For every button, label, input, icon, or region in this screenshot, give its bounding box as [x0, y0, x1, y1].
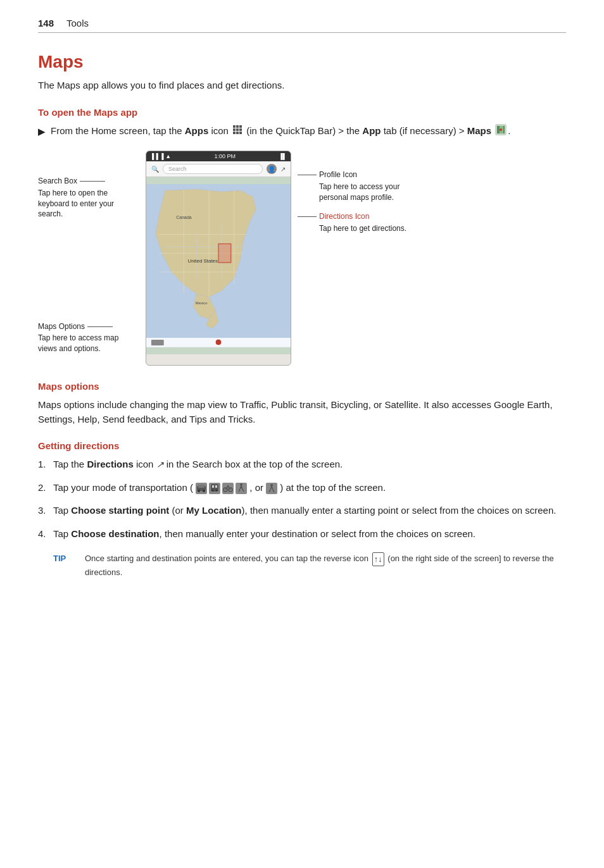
phone-search-input: Search — [163, 164, 263, 174]
profile-icon-title: Profile Icon — [319, 170, 357, 180]
maps-options-label-block: Maps Options Tap here to access map view… — [38, 321, 146, 354]
svg-rect-5 — [239, 128, 242, 131]
getting-directions-subtitle: Getting directions — [38, 440, 566, 451]
maps-options-line — [87, 326, 113, 327]
directions-step-3: 3. Tap Choose starting point (or My Loca… — [38, 504, 566, 518]
transport-icons — [196, 483, 247, 494]
svg-rect-32 — [198, 485, 204, 488]
phone-search-bar: 🔍 Search 👤 ↗ — [146, 161, 291, 177]
signal-icons: ▐▐ ▐ ▲ — [150, 153, 171, 159]
directions-bold-1: Directions — [87, 459, 133, 469]
directions-icon-desc: Tap here to get directions. — [298, 223, 418, 234]
bike-icon — [222, 483, 234, 494]
svg-marker-12 — [503, 126, 505, 133]
svg-rect-6 — [233, 132, 236, 134]
profile-icon-label-line: Profile Icon — [298, 170, 418, 180]
choose-dest-bold: Choose destination — [71, 528, 159, 539]
svg-rect-29 — [151, 340, 164, 345]
search-box-label-line: Search Box — [38, 176, 146, 187]
page: 148 Tools Maps The Maps app allows you t… — [0, 0, 604, 604]
phone-screen: ▐▐ ▐ ▲ 1:00 PM ▐▌ 🔍 Search 👤 ↗ — [146, 151, 291, 366]
maps-icon — [495, 124, 506, 140]
svg-rect-37 — [215, 485, 217, 488]
svg-point-34 — [203, 490, 205, 492]
app-tab-bold: App — [362, 125, 381, 136]
open-maps-step: ▶ From the Home screen, tap the Apps ico… — [38, 124, 566, 140]
svg-rect-3 — [233, 128, 236, 131]
walk-icon — [236, 483, 247, 494]
directions-list: 1. Tap the Directions icon ↗ in the Sear… — [38, 457, 566, 541]
maps-options-text: Maps options include changing the map vi… — [38, 398, 566, 426]
svg-point-33 — [198, 490, 200, 492]
diagram-container: Search Box Tap here to open the keyboard… — [38, 151, 566, 366]
profile-line — [298, 175, 317, 175]
svg-point-38 — [212, 489, 214, 491]
directions-arrow-icon: ↗ — [156, 459, 164, 469]
choose-start-bold: Choose starting point — [71, 505, 169, 516]
step-1-text: Tap the Directions icon ↗ in the Search … — [53, 457, 343, 472]
maps-options-label-line: Maps Options — [38, 321, 146, 332]
svg-text:United States: United States — [187, 258, 218, 264]
map-svg: Canada United States Mexico — [146, 177, 291, 354]
profile-icon-small: 👤 — [267, 164, 277, 174]
bullet-arrow: ▶ — [38, 125, 46, 139]
phone-map: Canada United States Mexico — [146, 177, 291, 354]
svg-point-39 — [216, 489, 218, 491]
step-1-num: 1. — [38, 457, 53, 472]
profile-icon-label-block: Profile Icon Tap here to access your per… — [298, 170, 418, 202]
my-location-bold: My Location — [186, 505, 242, 516]
search-box-title: Search Box — [38, 176, 77, 187]
diagram-left-labels: Search Box Tap here to open the keyboard… — [38, 151, 146, 366]
svg-rect-4 — [236, 128, 239, 131]
page-number: 148 — [38, 18, 54, 28]
spacer — [38, 220, 146, 321]
reverse-icon: ↑↓ — [372, 552, 384, 566]
diagram-right-labels: Profile Icon Tap here to access your per… — [291, 151, 418, 243]
section-title: Maps — [38, 52, 566, 72]
directions-icon-small: ↗ — [280, 166, 286, 173]
tip-text: Once starting and destination points are… — [85, 552, 566, 578]
svg-point-42 — [227, 485, 229, 487]
directions-step-1: 1. Tap the Directions icon ↗ in the Sear… — [38, 457, 566, 472]
step-4-num: 4. — [38, 527, 53, 542]
maps-bold: Maps — [467, 125, 491, 136]
step-2-text: Tap your mode of transportation ( — [53, 481, 386, 495]
step-3-num: 3. — [38, 504, 53, 518]
maps-options-desc: Tap here to access map views and options… — [38, 333, 139, 354]
transit-icon — [209, 483, 220, 494]
svg-rect-27 — [218, 244, 231, 263]
step-3-text: Tap Choose starting point (or My Locatio… — [53, 504, 556, 518]
apps-bold: Apps — [185, 125, 209, 136]
svg-rect-2 — [239, 125, 242, 128]
phone-status-bar: ▐▐ ▐ ▲ 1:00 PM ▐▌ — [146, 151, 291, 161]
step-2-num: 2. — [38, 481, 53, 495]
svg-point-43 — [240, 483, 242, 486]
svg-point-44 — [270, 484, 273, 487]
open-maps-subtitle: To open the Maps app — [38, 107, 566, 118]
search-box-label-block: Search Box Tap here to open the keyboard… — [38, 176, 146, 220]
intro-text: The Maps app allows you to find places a… — [38, 78, 566, 93]
search-box-line — [80, 181, 105, 182]
svg-marker-10 — [497, 126, 500, 133]
svg-text:Mexico: Mexico — [196, 301, 208, 305]
maps-options-title: Maps Options — [38, 321, 85, 332]
search-placeholder-text: Search — [168, 166, 187, 172]
svg-point-13 — [500, 128, 502, 131]
svg-rect-1 — [236, 125, 239, 128]
search-icon: 🔍 — [151, 166, 159, 173]
tip-block: TIP Once starting and destination points… — [53, 552, 566, 578]
tip-text-before: Once starting and destination points are… — [85, 554, 368, 563]
svg-rect-8 — [239, 132, 242, 134]
search-box-desc: Tap here to open the keyboard to enter y… — [38, 188, 139, 220]
svg-text:Canada: Canada — [176, 215, 191, 220]
page-header-title: Tools — [66, 18, 89, 28]
directions-icon-label-block: Directions Icon Tap here to get directio… — [298, 211, 418, 234]
car-icon — [196, 483, 207, 494]
svg-point-30 — [215, 339, 222, 345]
directions-icon-label-line: Directions Icon — [298, 211, 418, 222]
apps-grid-icon — [232, 125, 242, 139]
step-4-text: Tap Choose destination, then manually en… — [53, 527, 475, 542]
directions-icon-title: Directions Icon — [319, 211, 369, 222]
status-time: 1:00 PM — [214, 153, 236, 159]
battery-icon: ▐▌ — [279, 153, 287, 159]
